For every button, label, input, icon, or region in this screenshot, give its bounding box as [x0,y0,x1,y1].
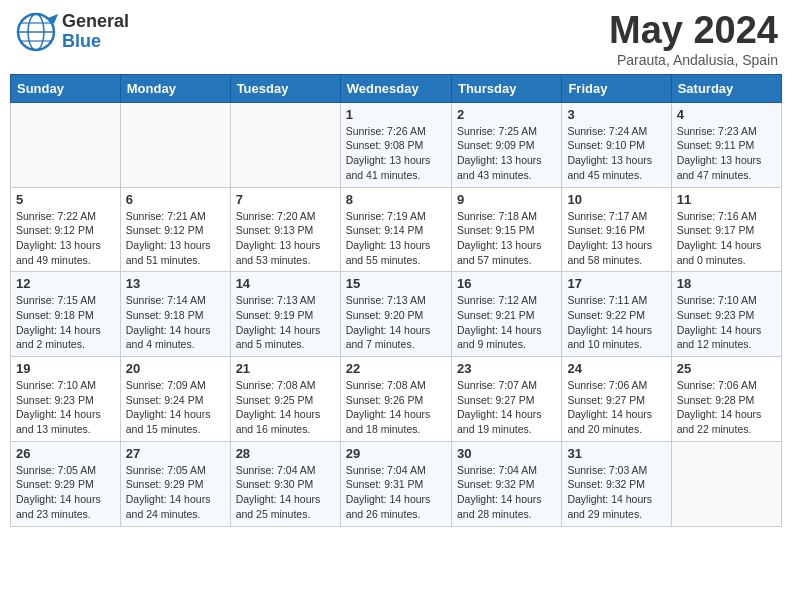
day-number: 25 [677,361,776,376]
weekday-header-saturday: Saturday [671,74,781,102]
day-info: Sunrise: 7:21 AM Sunset: 9:12 PM Dayligh… [126,209,225,268]
day-info: Sunrise: 7:04 AM Sunset: 9:30 PM Dayligh… [236,463,335,522]
day-number: 8 [346,192,446,207]
calendar-cell: 8Sunrise: 7:19 AM Sunset: 9:14 PM Daylig… [340,187,451,272]
day-number: 29 [346,446,446,461]
day-info: Sunrise: 7:05 AM Sunset: 9:29 PM Dayligh… [126,463,225,522]
day-info: Sunrise: 7:22 AM Sunset: 9:12 PM Dayligh… [16,209,115,268]
day-info: Sunrise: 7:07 AM Sunset: 9:27 PM Dayligh… [457,378,556,437]
day-info: Sunrise: 7:24 AM Sunset: 9:10 PM Dayligh… [567,124,665,183]
day-info: Sunrise: 7:05 AM Sunset: 9:29 PM Dayligh… [16,463,115,522]
weekday-header-wednesday: Wednesday [340,74,451,102]
day-number: 2 [457,107,556,122]
calendar-cell: 28Sunrise: 7:04 AM Sunset: 9:30 PM Dayli… [230,441,340,526]
calendar-cell: 25Sunrise: 7:06 AM Sunset: 9:28 PM Dayli… [671,357,781,442]
day-info: Sunrise: 7:19 AM Sunset: 9:14 PM Dayligh… [346,209,446,268]
day-info: Sunrise: 7:10 AM Sunset: 9:23 PM Dayligh… [677,293,776,352]
day-number: 9 [457,192,556,207]
day-info: Sunrise: 7:15 AM Sunset: 9:18 PM Dayligh… [16,293,115,352]
calendar-cell: 18Sunrise: 7:10 AM Sunset: 9:23 PM Dayli… [671,272,781,357]
day-number: 24 [567,361,665,376]
day-info: Sunrise: 7:13 AM Sunset: 9:20 PM Dayligh… [346,293,446,352]
calendar-cell: 14Sunrise: 7:13 AM Sunset: 9:19 PM Dayli… [230,272,340,357]
calendar-table: SundayMondayTuesdayWednesdayThursdayFrid… [10,74,782,527]
day-info: Sunrise: 7:04 AM Sunset: 9:32 PM Dayligh… [457,463,556,522]
calendar-cell: 24Sunrise: 7:06 AM Sunset: 9:27 PM Dayli… [562,357,671,442]
calendar-cell: 20Sunrise: 7:09 AM Sunset: 9:24 PM Dayli… [120,357,230,442]
day-info: Sunrise: 7:26 AM Sunset: 9:08 PM Dayligh… [346,124,446,183]
day-info: Sunrise: 7:23 AM Sunset: 9:11 PM Dayligh… [677,124,776,183]
weekday-header-thursday: Thursday [451,74,561,102]
logo-text: General Blue [62,12,129,52]
day-number: 3 [567,107,665,122]
weekday-header-friday: Friday [562,74,671,102]
calendar-cell: 12Sunrise: 7:15 AM Sunset: 9:18 PM Dayli… [11,272,121,357]
day-info: Sunrise: 7:11 AM Sunset: 9:22 PM Dayligh… [567,293,665,352]
day-info: Sunrise: 7:13 AM Sunset: 9:19 PM Dayligh… [236,293,335,352]
calendar-cell: 13Sunrise: 7:14 AM Sunset: 9:18 PM Dayli… [120,272,230,357]
day-info: Sunrise: 7:14 AM Sunset: 9:18 PM Dayligh… [126,293,225,352]
day-info: Sunrise: 7:08 AM Sunset: 9:25 PM Dayligh… [236,378,335,437]
day-number: 18 [677,276,776,291]
logo-icon [14,10,58,54]
calendar-cell: 5Sunrise: 7:22 AM Sunset: 9:12 PM Daylig… [11,187,121,272]
calendar-cell: 30Sunrise: 7:04 AM Sunset: 9:32 PM Dayli… [451,441,561,526]
day-number: 10 [567,192,665,207]
calendar-cell: 4Sunrise: 7:23 AM Sunset: 9:11 PM Daylig… [671,102,781,187]
calendar-cell: 17Sunrise: 7:11 AM Sunset: 9:22 PM Dayli… [562,272,671,357]
calendar-cell: 29Sunrise: 7:04 AM Sunset: 9:31 PM Dayli… [340,441,451,526]
weekday-header-tuesday: Tuesday [230,74,340,102]
calendar-cell: 16Sunrise: 7:12 AM Sunset: 9:21 PM Dayli… [451,272,561,357]
calendar-cell: 21Sunrise: 7:08 AM Sunset: 9:25 PM Dayli… [230,357,340,442]
title-area: May 2024 Parauta, Andalusia, Spain [609,10,778,68]
calendar-cell: 10Sunrise: 7:17 AM Sunset: 9:16 PM Dayli… [562,187,671,272]
calendar-cell: 11Sunrise: 7:16 AM Sunset: 9:17 PM Dayli… [671,187,781,272]
location-subtitle: Parauta, Andalusia, Spain [609,52,778,68]
month-title: May 2024 [609,10,778,52]
day-number: 17 [567,276,665,291]
day-number: 19 [16,361,115,376]
day-number: 23 [457,361,556,376]
weekday-header-monday: Monday [120,74,230,102]
day-number: 28 [236,446,335,461]
day-number: 16 [457,276,556,291]
day-number: 20 [126,361,225,376]
calendar-cell: 31Sunrise: 7:03 AM Sunset: 9:32 PM Dayli… [562,441,671,526]
day-number: 4 [677,107,776,122]
day-number: 14 [236,276,335,291]
calendar-cell [120,102,230,187]
day-info: Sunrise: 7:17 AM Sunset: 9:16 PM Dayligh… [567,209,665,268]
day-info: Sunrise: 7:10 AM Sunset: 9:23 PM Dayligh… [16,378,115,437]
calendar-cell: 1Sunrise: 7:26 AM Sunset: 9:08 PM Daylig… [340,102,451,187]
day-number: 13 [126,276,225,291]
day-info: Sunrise: 7:25 AM Sunset: 9:09 PM Dayligh… [457,124,556,183]
day-number: 15 [346,276,446,291]
day-number: 1 [346,107,446,122]
calendar-cell: 6Sunrise: 7:21 AM Sunset: 9:12 PM Daylig… [120,187,230,272]
day-number: 30 [457,446,556,461]
day-number: 31 [567,446,665,461]
calendar-cell [11,102,121,187]
day-number: 7 [236,192,335,207]
calendar-cell: 15Sunrise: 7:13 AM Sunset: 9:20 PM Dayli… [340,272,451,357]
day-number: 11 [677,192,776,207]
day-info: Sunrise: 7:18 AM Sunset: 9:15 PM Dayligh… [457,209,556,268]
day-info: Sunrise: 7:06 AM Sunset: 9:28 PM Dayligh… [677,378,776,437]
logo: General Blue [14,10,129,54]
day-info: Sunrise: 7:12 AM Sunset: 9:21 PM Dayligh… [457,293,556,352]
calendar-cell [230,102,340,187]
calendar-cell: 26Sunrise: 7:05 AM Sunset: 9:29 PM Dayli… [11,441,121,526]
page-header: General Blue May 2024 Parauta, Andalusia… [10,10,782,68]
calendar-cell: 9Sunrise: 7:18 AM Sunset: 9:15 PM Daylig… [451,187,561,272]
day-number: 5 [16,192,115,207]
calendar-cell: 2Sunrise: 7:25 AM Sunset: 9:09 PM Daylig… [451,102,561,187]
day-number: 21 [236,361,335,376]
day-number: 6 [126,192,225,207]
day-number: 12 [16,276,115,291]
calendar-cell [671,441,781,526]
calendar-cell: 22Sunrise: 7:08 AM Sunset: 9:26 PM Dayli… [340,357,451,442]
day-info: Sunrise: 7:06 AM Sunset: 9:27 PM Dayligh… [567,378,665,437]
day-info: Sunrise: 7:20 AM Sunset: 9:13 PM Dayligh… [236,209,335,268]
day-info: Sunrise: 7:03 AM Sunset: 9:32 PM Dayligh… [567,463,665,522]
weekday-header-sunday: Sunday [11,74,121,102]
